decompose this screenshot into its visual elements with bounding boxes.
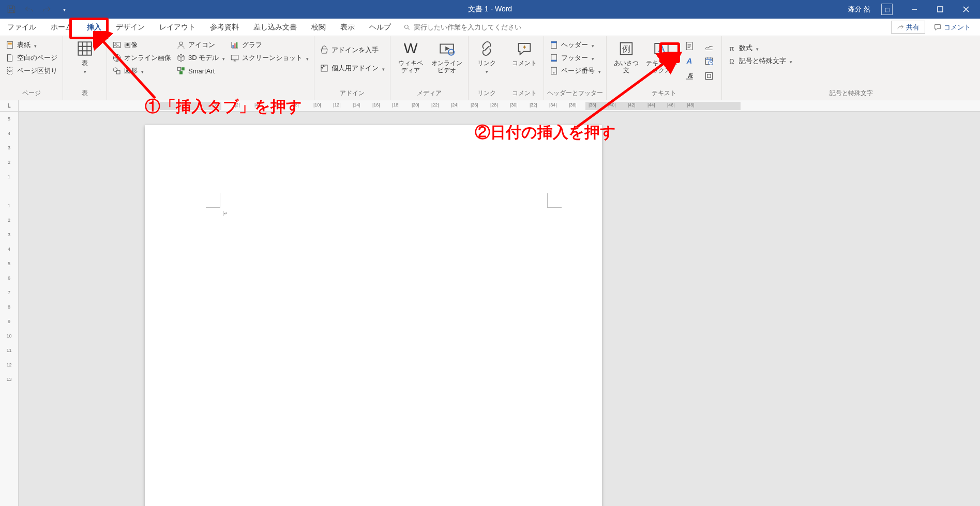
tab-file[interactable]: ファイル <box>0 19 43 36</box>
document-page[interactable]: |↵ <box>145 125 602 506</box>
document-area: L 8|2||4||6||8||10||12||14||16||18||20||… <box>0 100 980 506</box>
header-button[interactable]: ヘッダー <box>549 39 601 51</box>
screenshot-button[interactable]: スクリーンショット <box>230 52 309 64</box>
tab-references[interactable]: 参考資料 <box>203 19 246 36</box>
object-button[interactable] <box>702 69 716 83</box>
document-canvas[interactable]: |↵ <box>19 112 980 506</box>
ruler-tick: 7 <box>8 285 10 300</box>
tab-mailings[interactable]: 差し込み文書 <box>246 19 304 36</box>
tab-home[interactable]: ホーム <box>43 19 80 36</box>
icons-button[interactable]: アイコン <box>176 39 225 51</box>
group-pages-label: ページ <box>0 88 63 100</box>
page-number-icon: # <box>549 66 559 75</box>
group-links: リンク ▾ リンク <box>469 36 505 100</box>
annotation-text-2: ②日付の挿入を押す <box>475 122 616 143</box>
svg-rect-23 <box>551 41 557 43</box>
svg-text:π: π <box>730 44 734 52</box>
wikipedia-button[interactable]: W ウィキペディア <box>396 39 426 74</box>
page-break-button[interactable]: ページ区切り <box>5 65 57 76</box>
ruler-tick: |22| <box>431 102 439 108</box>
comment-button[interactable]: コメント <box>510 39 538 67</box>
svg-rect-2 <box>7 41 13 49</box>
wikipedia-icon: W <box>401 39 420 58</box>
wordart-button[interactable]: A <box>682 54 697 68</box>
icons-icon <box>176 40 186 50</box>
maximize-button[interactable] <box>928 0 952 19</box>
group-symbols: π数式 Ω記号と特殊文字 記号と特殊文字 <box>722 36 980 100</box>
minimize-button[interactable] <box>902 0 926 19</box>
get-addins-button[interactable]: アドインを入手 <box>320 44 385 56</box>
qat-customize-icon[interactable]: ▾ <box>59 4 69 14</box>
quick-parts-button[interactable] <box>682 39 697 53</box>
annotation-arrow-1 <box>93 31 165 103</box>
tab-help[interactable]: ヘルプ <box>362 19 398 36</box>
tell-me-search[interactable]: 実行したい作業を入力してください <box>398 19 526 36</box>
ruler-tick: 12 <box>6 358 11 372</box>
text-cursor: |↵ <box>222 210 228 216</box>
title-bar: ▾ 文書 1 - Word 森分 然 ⬚ <box>0 0 980 19</box>
ruler-tick: 2 <box>8 155 10 170</box>
svg-line-41 <box>100 38 155 98</box>
blank-page-button[interactable]: 空白のページ <box>5 52 57 64</box>
group-symbols-label: 記号と特殊文字 <box>722 88 980 100</box>
ruler-tick: 4 <box>8 126 10 141</box>
tab-view[interactable]: 表示 <box>333 19 362 36</box>
date-time-button[interactable] <box>702 54 716 68</box>
svg-rect-16 <box>236 42 237 48</box>
share-button[interactable]: 共有 <box>891 21 925 34</box>
ruler-tick: |48| <box>687 102 695 108</box>
redo-icon[interactable] <box>41 4 52 14</box>
comments-button[interactable]: コメント <box>928 21 976 34</box>
equation-button[interactable]: π数式 <box>727 42 792 54</box>
ruler-tick: |24| <box>451 102 459 108</box>
close-button[interactable] <box>954 0 978 19</box>
ribbon-display-options-icon[interactable]: ⬚ <box>877 0 900 19</box>
svg-point-1 <box>404 25 408 28</box>
link-button[interactable]: リンク ▾ <box>474 39 500 74</box>
chart-button[interactable]: グラフ <box>230 39 309 51</box>
svg-rect-0 <box>938 7 943 12</box>
group-addins-label: アドイン <box>314 88 390 100</box>
svg-rect-18 <box>321 65 327 71</box>
svg-rect-25 <box>551 60 557 62</box>
svg-rect-13 <box>179 71 183 74</box>
svg-text:A: A <box>686 56 692 65</box>
ruler-tick: 1 <box>8 198 10 213</box>
group-media: W ウィキペディア オンラインビデオ メディア <box>390 36 469 100</box>
undo-icon[interactable] <box>24 4 34 14</box>
save-icon[interactable] <box>6 4 17 14</box>
drop-cap-button[interactable]: A <box>682 69 697 83</box>
group-media-label: メディア <box>390 88 468 100</box>
signature-line-button[interactable] <box>702 39 716 53</box>
svg-rect-37 <box>706 72 713 79</box>
ruler-tick: 3 <box>8 141 10 155</box>
3d-models-button[interactable]: 3D モデル <box>176 52 225 64</box>
addins-icon <box>320 64 329 73</box>
ruler-tick: 5 <box>8 256 10 271</box>
window-title: 文書 1 - Word <box>468 5 512 14</box>
svg-text:#: # <box>553 71 555 74</box>
comment-icon <box>515 39 534 58</box>
ruler-corner[interactable]: L <box>0 100 19 112</box>
svg-point-10 <box>179 42 183 45</box>
online-video-button[interactable]: オンラインビデオ <box>431 39 463 74</box>
ruler-tick: 2 <box>8 213 10 227</box>
page-break-icon <box>5 66 14 75</box>
ruler-tick: |12| <box>333 102 341 108</box>
my-addins-button[interactable]: 個人用アドイン <box>320 63 385 74</box>
ruler-tick: 10 <box>6 329 11 343</box>
symbol-button[interactable]: Ω記号と特殊文字 <box>727 55 792 67</box>
ruler-tick: 11 <box>6 343 11 358</box>
cover-page-button[interactable]: 表紙 <box>5 39 57 51</box>
svg-rect-4 <box>78 42 92 55</box>
footer-icon <box>549 53 559 63</box>
ruler-tick: |30| <box>510 102 518 108</box>
smartart-button[interactable]: SmartArt <box>176 65 225 76</box>
user-name[interactable]: 森分 然 <box>848 5 870 14</box>
svg-rect-3 <box>8 43 12 45</box>
svg-rect-17 <box>231 55 238 60</box>
tab-review[interactable]: 校閲 <box>304 19 333 36</box>
vertical-ruler[interactable]: 5432112345678910111213 <box>0 112 19 506</box>
equation-icon: π <box>727 43 736 53</box>
store-icon <box>320 45 329 55</box>
